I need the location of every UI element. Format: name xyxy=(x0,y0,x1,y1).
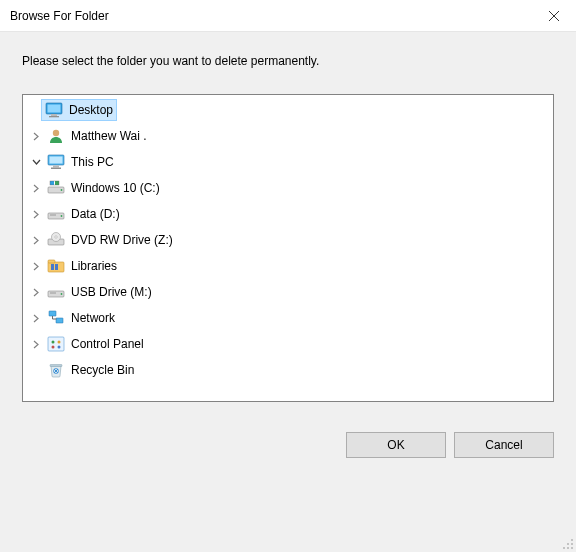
button-bar: OK Cancel xyxy=(0,416,576,458)
window-title: Browse For Folder xyxy=(10,9,531,23)
tree-item[interactable]: Data (D:) xyxy=(25,201,551,227)
chevron-right-icon[interactable] xyxy=(29,132,43,141)
close-icon xyxy=(549,11,559,21)
recycle-bin-icon xyxy=(47,361,65,379)
dialog-content: Please select the folder you want to del… xyxy=(0,32,576,416)
svg-point-3 xyxy=(567,543,569,545)
tree-item-label: Libraries xyxy=(71,257,117,275)
tree-item[interactable]: Matthew Wai . xyxy=(25,123,551,149)
tree-item[interactable]: Desktop xyxy=(25,97,551,123)
chevron-right-icon[interactable] xyxy=(29,184,43,193)
tree-item[interactable]: Control Panel xyxy=(25,331,551,357)
tree-item-label: USB Drive (M:) xyxy=(71,283,152,301)
chevron-right-icon[interactable] xyxy=(29,262,43,271)
chevron-right-icon[interactable] xyxy=(29,314,43,323)
tree-item-label: Windows 10 (C:) xyxy=(71,179,160,197)
close-button[interactable] xyxy=(531,0,576,32)
tree-item[interactable]: USB Drive (M:) xyxy=(25,279,551,305)
instruction-text: Please select the folder you want to del… xyxy=(22,54,554,68)
chevron-down-icon[interactable] xyxy=(29,158,43,167)
drive-hdd-icon xyxy=(47,205,65,223)
tree-item[interactable]: DVD RW Drive (Z:) xyxy=(25,227,551,253)
tree-item[interactable]: This PC xyxy=(25,149,551,175)
chevron-right-icon[interactable] xyxy=(29,236,43,245)
tree-item-label: Data (D:) xyxy=(71,205,120,223)
tree-item[interactable]: Windows 10 (C:) xyxy=(25,175,551,201)
tree-item[interactable]: Network xyxy=(25,305,551,331)
tree-item[interactable]: Recycle Bin xyxy=(25,357,551,383)
svg-point-5 xyxy=(563,547,565,549)
chevron-right-icon[interactable] xyxy=(29,210,43,219)
svg-point-6 xyxy=(567,547,569,549)
tree-item-label: Recycle Bin xyxy=(71,361,134,379)
titlebar: Browse For Folder xyxy=(0,0,576,32)
ok-button[interactable]: OK xyxy=(346,432,446,458)
chevron-right-icon[interactable] xyxy=(29,288,43,297)
svg-point-2 xyxy=(571,539,573,541)
drive-os-icon xyxy=(47,179,65,197)
tree-item-label: Network xyxy=(71,309,115,327)
user-icon xyxy=(47,127,65,145)
tree-item[interactable]: Libraries xyxy=(25,253,551,279)
libraries-icon xyxy=(47,257,65,275)
cancel-button[interactable]: Cancel xyxy=(454,432,554,458)
drive-usb-icon xyxy=(47,283,65,301)
svg-point-4 xyxy=(571,543,573,545)
control-panel-icon xyxy=(47,335,65,353)
tree-item-label: Control Panel xyxy=(71,335,144,353)
tree-item-label: Matthew Wai . xyxy=(71,127,147,145)
tree-item-label: Desktop xyxy=(69,101,113,119)
network-icon xyxy=(47,309,65,327)
folder-tree[interactable]: DesktopMatthew Wai .This PCWindows 10 (C… xyxy=(22,94,554,402)
svg-point-7 xyxy=(571,547,573,549)
drive-optical-icon xyxy=(47,231,65,249)
chevron-right-icon[interactable] xyxy=(29,340,43,349)
tree-item-label: DVD RW Drive (Z:) xyxy=(71,231,173,249)
desktop-icon xyxy=(45,101,63,119)
tree-item-label: This PC xyxy=(71,153,114,171)
this-pc-icon xyxy=(47,153,65,171)
resize-grip-icon[interactable] xyxy=(560,536,574,550)
